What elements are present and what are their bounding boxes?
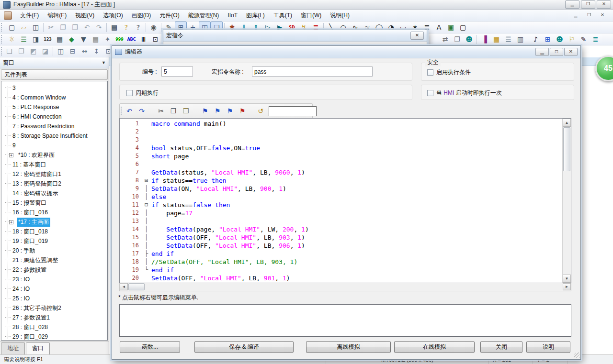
redo-icon[interactable]: ↷ xyxy=(93,22,105,33)
library-drawer-icon[interactable]: ▥ xyxy=(514,33,526,45)
find-replace-icon[interactable]: ↺ xyxy=(254,105,267,117)
menu-item[interactable]: 视图(V) xyxy=(71,10,99,21)
window-tree-item[interactable]: 20 : 手動 xyxy=(1,246,107,255)
bookmark-prev-icon[interactable]: ⚑ xyxy=(224,105,236,117)
window-tree-item[interactable]: 27 : 参数设置1 xyxy=(1,313,107,322)
undo-icon[interactable]: ↶ xyxy=(123,105,136,117)
enable-condition-checkbox[interactable]: 启用执行条件 xyxy=(427,68,471,77)
menu-item[interactable]: 选项(O) xyxy=(99,10,127,21)
group-objects-icon[interactable]: ❏ xyxy=(3,45,15,57)
shape-frame-icon[interactable]: ▢ xyxy=(457,22,469,33)
set-bit-icon[interactable]: ◨ xyxy=(30,33,42,45)
assistant-icon[interactable]: ☻ xyxy=(554,33,566,45)
align-center-horizontal-icon[interactable]: ◫ xyxy=(55,45,67,57)
run-on-startup-checkbox[interactable]: 当 HMI 启动时即执行一次 xyxy=(427,89,502,97)
window-tree-item[interactable]: 26 : 其它手动控制2 xyxy=(1,303,107,313)
checkbox-icon[interactable] xyxy=(126,90,133,96)
panel-caption[interactable]: 窗口 ▼ xyxy=(0,57,109,68)
fold-collapse-icon[interactable]: ⊟ xyxy=(142,176,150,185)
menu-item[interactable]: 图库(L) xyxy=(242,10,269,21)
horizontal-scrollbar[interactable]: ◄ ► xyxy=(119,283,571,291)
scheduler-icon[interactable]: ⊞ xyxy=(542,33,554,45)
periodic-checkbox[interactable]: 周期执行 xyxy=(126,89,159,97)
editor-maximize-button[interactable]: □ xyxy=(550,48,563,56)
menu-item[interactable]: 文件(F) xyxy=(16,10,43,21)
chevron-down-icon[interactable]: ▼ xyxy=(102,60,106,65)
find-input[interactable] xyxy=(269,106,317,116)
window-tree-item[interactable]: 4 : Common Window xyxy=(1,93,107,102)
vertical-scroll-thumb[interactable] xyxy=(563,127,570,171)
scroll-right-icon[interactable]: ► xyxy=(563,283,571,290)
menu-item[interactable]: 画图(D) xyxy=(127,10,156,21)
close-button[interactable]: ✕ xyxy=(597,0,611,9)
combo-button-icon[interactable]: ▼ xyxy=(78,33,90,45)
menu-item[interactable]: 元件(O) xyxy=(155,10,183,21)
window-tree-item[interactable]: 29 : 窗口_029 xyxy=(1,332,107,341)
window-tree-item[interactable]: 25 : IO xyxy=(1,294,107,303)
window-tree-item[interactable]: +*10 : 欢迎界面 xyxy=(1,150,107,160)
macro-name-input[interactable] xyxy=(252,66,373,77)
window-tree-item[interactable]: 22 : 參數設置 xyxy=(1,265,107,275)
address-grabber-icon[interactable]: ▐ xyxy=(478,33,490,45)
editor-close-button[interactable]: ✕ xyxy=(564,48,578,56)
window-tree-item[interactable]: 28 : 窗口_028 xyxy=(1,322,107,332)
mdi-minimize-icon[interactable]: ▁ xyxy=(570,11,581,19)
macro-id-input[interactable] xyxy=(161,66,193,77)
window-tree-item[interactable]: 7 : Password Restriction xyxy=(1,121,107,131)
window-tree-item[interactable]: +*17 : 主画面 xyxy=(1,217,107,227)
online-simulation-button[interactable]: 在线模拟 xyxy=(394,341,475,353)
menu-item[interactable]: 说明(H) xyxy=(326,10,354,21)
close-dialog-button[interactable]: 关闭 xyxy=(480,341,522,353)
offline-simulation-button[interactable]: 离线模拟 xyxy=(306,341,391,353)
help-button[interactable]: 说明 xyxy=(526,341,570,353)
window-tree-item[interactable]: 15 : 报警窗口 xyxy=(1,198,107,208)
window-tree-item[interactable]: 9 xyxy=(1,141,107,150)
print-icon[interactable]: ▤ xyxy=(108,22,120,33)
window-tree-item[interactable]: 24 : IO xyxy=(1,284,107,294)
resize-grip[interactable] xyxy=(574,353,579,358)
window-tree-item[interactable]: 11 : 基本窗口 xyxy=(1,160,107,169)
window-tree-item[interactable]: 14 : 密码错误提示 xyxy=(1,188,107,198)
label-tag-icon[interactable]: ⚐ xyxy=(566,33,578,45)
macro-dialog-titlebar[interactable]: 宏指令 ✕ xyxy=(163,30,427,42)
context-help-icon[interactable]: ? xyxy=(132,22,144,33)
checkbox-icon[interactable] xyxy=(427,69,433,76)
help-icon[interactable]: ? xyxy=(120,22,132,33)
sidebar-tab-窗口[interactable]: 窗口 xyxy=(26,342,50,354)
bookmark-clear-icon[interactable]: ⚑ xyxy=(236,105,249,117)
sidebar-tab-地址[interactable]: 地址 xyxy=(1,342,25,354)
edit-object-icon[interactable]: ✎ xyxy=(578,33,590,45)
minimize-button[interactable]: ▁ xyxy=(565,0,579,9)
window-tree-item[interactable]: 5 : PLC Response xyxy=(1,102,107,112)
editor-minimize-button[interactable]: ▁ xyxy=(535,48,549,56)
window-tree-item[interactable]: 13 : 密码登陆窗口2 xyxy=(1,179,107,188)
project-organizer-icon[interactable]: ▦ xyxy=(490,33,502,45)
expander-plus-icon[interactable]: + xyxy=(9,153,13,157)
cut-icon[interactable]: ✂ xyxy=(155,105,167,117)
bookmark-next-icon[interactable]: ⚑ xyxy=(211,105,224,117)
set-word-icon[interactable]: 123 xyxy=(42,33,54,45)
open-folder-icon[interactable]: ▱ xyxy=(18,22,30,33)
window-tree-item[interactable]: 8 : Storage Space Insufficient xyxy=(1,131,107,141)
barcode-object-icon[interactable]: Ⅲ xyxy=(137,33,149,45)
copy-icon[interactable]: ❐ xyxy=(57,22,69,33)
mdi-restore-icon[interactable]: ❐ xyxy=(583,11,595,19)
object-list-header[interactable]: 元件列表 xyxy=(1,69,108,80)
save-icon[interactable]: ◫ xyxy=(30,22,42,33)
sound-library-icon[interactable]: ♪ xyxy=(530,33,542,45)
window-tree-item[interactable]: 21 : 馬達位置調整 xyxy=(1,255,107,265)
scroll-left-icon[interactable]: ◄ xyxy=(120,283,128,290)
send-to-back-icon[interactable]: ◪ xyxy=(39,45,51,57)
scroll-down-icon[interactable]: ▼ xyxy=(563,275,571,283)
horizontal-scroll-thumb[interactable] xyxy=(128,283,145,290)
macro-dialog-close-icon[interactable]: ✕ xyxy=(410,32,424,40)
paste-icon[interactable]: ❒ xyxy=(180,105,192,117)
bar-display-icon[interactable]: ≣ xyxy=(590,33,602,45)
make-same-height-icon[interactable]: ↕ xyxy=(91,45,102,57)
paste-icon[interactable]: ❒ xyxy=(69,22,81,33)
menu-item[interactable]: 能源管理(N) xyxy=(184,10,224,21)
numeric-object-icon[interactable]: 999 xyxy=(114,33,125,45)
find-object-icon[interactable]: ◉ xyxy=(148,22,159,33)
redo-icon[interactable]: ↷ xyxy=(136,105,148,117)
bring-to-front-icon[interactable]: ◩ xyxy=(27,45,39,57)
